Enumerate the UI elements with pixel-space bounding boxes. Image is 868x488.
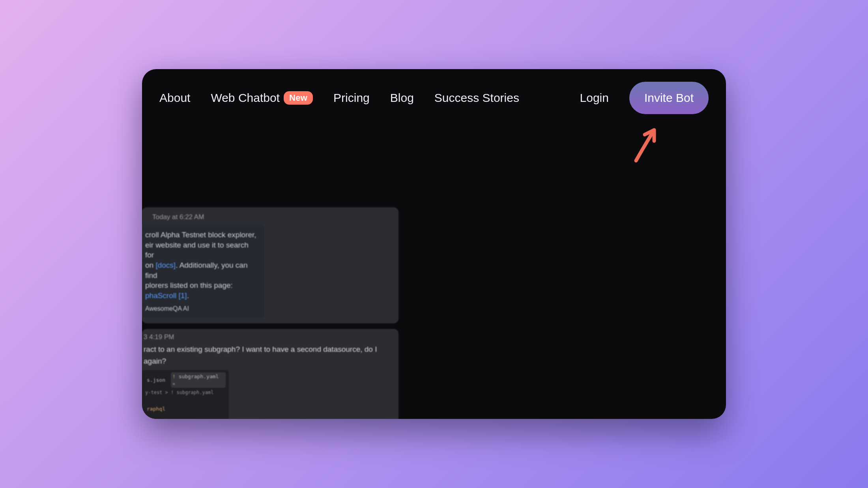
top-nav: About Web Chatbot New Pricing Blog Succe… — [142, 69, 726, 127]
bang-icon: ! — [172, 374, 176, 379]
code-tab-json[interactable]: s.json — [145, 376, 167, 385]
code-tab-yaml[interactable]: ! subgraph.yaml ✕ — [171, 372, 226, 388]
nav-blog[interactable]: Blog — [390, 91, 414, 105]
msg1-line1: croll Alpha Testnet block explorer, — [145, 230, 257, 240]
app-window: About Web Chatbot New Pricing Blog Succe… — [142, 69, 726, 419]
nav-web-chatbot-label: Web Chatbot — [211, 91, 280, 105]
chat-message-1: croll Alpha Testnet block explorer, eir … — [142, 224, 264, 318]
msg1-phascroll-link[interactable]: phaScroll [1] — [145, 291, 187, 300]
nav-login-label: Login — [580, 91, 609, 105]
msg2-line2: again? — [142, 356, 391, 368]
msg1-line3: on [docs]. Additionally, you can find — [145, 260, 257, 280]
msg1-line5-suffix: . — [187, 291, 189, 300]
msg1-line2: eir website and use it to search for — [145, 240, 257, 260]
nav-about-label: About — [159, 91, 190, 105]
invite-bot-label: Invite Bot — [644, 91, 694, 104]
close-icon[interactable]: ✕ — [172, 381, 175, 387]
nav-success-stories-label: Success Stories — [434, 91, 519, 105]
code-tab-yaml-label: subgraph.yaml — [179, 374, 219, 379]
nav-blog-label: Blog — [390, 91, 414, 105]
msg1-line4: plorers listed on this page: — [145, 280, 257, 291]
arrow-annotation-icon — [631, 124, 663, 164]
chat-timestamp-1: Today at 6:22 AM — [142, 211, 393, 224]
code-tabs: s.json ! subgraph.yaml ✕ — [145, 372, 226, 388]
msg1-line3-prefix: on — [145, 261, 155, 269]
nav-success-stories[interactable]: Success Stories — [434, 91, 519, 105]
code-editor-thumbnail: s.json ! subgraph.yaml ✕ y-test > ! subg… — [142, 370, 229, 419]
msg2-line1: ract to an existing subgraph? I want to … — [142, 344, 391, 356]
code-breadcrumb: y-test > ! subgraph.yaml — [145, 389, 226, 396]
msg1-docs-link[interactable]: [docs] — [155, 261, 176, 269]
invite-bot-button[interactable]: Invite Bot — [629, 82, 709, 114]
nav-pricing-label: Pricing — [333, 91, 370, 105]
nav-pricing[interactable]: Pricing — [333, 91, 370, 105]
msg1-line5: phaScroll [1]. — [145, 291, 257, 301]
chat-preview-area: Today at 6:22 AM croll Alpha Testnet blo… — [142, 207, 398, 419]
nav-login[interactable]: Login — [580, 91, 609, 105]
nav-about[interactable]: About — [159, 91, 190, 105]
new-badge: New — [284, 91, 313, 105]
chat-timestamp-2: 3 4:19 PM — [142, 332, 391, 344]
code-line-1: raphql — [145, 405, 226, 413]
msg1-footer: AwesomeQA AI — [145, 304, 257, 313]
chat-card-1: Today at 6:22 AM croll Alpha Testnet blo… — [142, 207, 398, 323]
chat-card-2: 3 4:19 PM ract to an existing subgraph? … — [142, 329, 398, 419]
nav-web-chatbot[interactable]: Web Chatbot New — [211, 91, 313, 105]
